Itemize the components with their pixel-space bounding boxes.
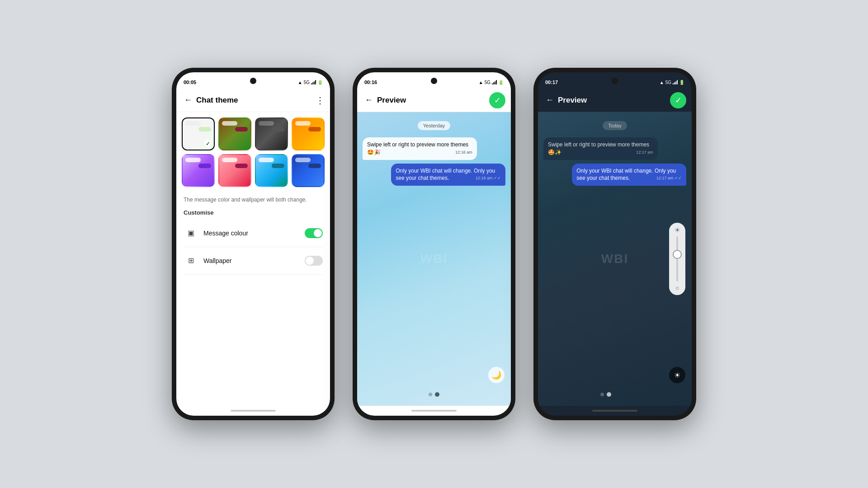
msg-time-sent-2: 12:16 am ✓✓	[476, 175, 501, 181]
customise-title: Customise	[184, 209, 323, 216]
page-dot-2-1	[435, 392, 439, 397]
confirm-button-3[interactable]: ✓	[670, 92, 686, 108]
back-button-2[interactable]: ←	[363, 94, 375, 107]
app-bar-3: ← Preview ✓	[538, 89, 692, 112]
notch-3	[612, 78, 618, 84]
theme-default[interactable]: ✓	[182, 117, 215, 150]
wallpaper-label: Wallpaper	[203, 257, 305, 264]
chat-messages-3: Today Swipe left or right to preview mor…	[538, 112, 692, 189]
moon-button-2[interactable]: 🌙	[488, 367, 505, 383]
msg-check-2: ✓✓	[494, 176, 501, 180]
check-mark-default: ✓	[204, 140, 212, 148]
time-1: 00:05	[184, 80, 196, 85]
phone-2-screen: 00:16 ▲ 5G 🔋 ← Preview ✓ WBI	[357, 72, 511, 416]
app-title-3: Preview	[558, 96, 670, 105]
time-3: 00:17	[545, 80, 558, 85]
msg-received-3: Swipe left or right to preview more them…	[543, 137, 658, 160]
mini-bubbles-pink	[222, 158, 248, 168]
date-badge-3: Today	[603, 121, 627, 130]
msg-check-3: ✓✓	[675, 176, 682, 180]
slider-track	[676, 236, 678, 282]
alert-icon-2: ▲	[479, 80, 483, 85]
page-dot-3-1	[607, 392, 611, 397]
message-colour-item[interactable]: ▣ Message colour	[184, 220, 323, 247]
notch-1	[250, 78, 256, 84]
mini-bubbles-ocean	[259, 158, 284, 168]
status-icons-3: ▲ 5G 🔋	[660, 80, 684, 85]
app-title-2: Preview	[377, 96, 489, 105]
mini-bubbles-orange	[295, 121, 321, 131]
status-icons-1: ▲ 5G 🔋	[298, 80, 323, 85]
theme-blue-geo[interactable]	[292, 154, 325, 187]
msg-sent-3: Only your WBI chat will change. Only you…	[572, 164, 686, 186]
sun-button-3[interactable]: ☀	[669, 367, 685, 383]
brightness-min-icon: ○	[675, 284, 679, 291]
msg-received-2: Swipe left or right to preview more them…	[363, 137, 477, 160]
brightness-slider-3[interactable]: ☀ ○	[669, 223, 685, 295]
app-title-1: Chat theme	[196, 96, 316, 105]
signal-2	[492, 80, 497, 84]
chat-background-2: WBI Yesterday Swipe left or right to pre…	[357, 112, 511, 406]
mini-bubbles-default	[185, 121, 211, 131]
phone-1-screen: 00:05 ▲ 5G 🔋 ← Chat theme ⋮	[176, 72, 330, 416]
message-colour-toggle[interactable]	[305, 228, 323, 238]
theme-purple[interactable]	[182, 154, 215, 187]
phone-2: 00:16 ▲ 5G 🔋 ← Preview ✓ WBI	[353, 68, 515, 420]
msg-text-received-3: Swipe left or right to preview more them…	[548, 141, 649, 155]
mini-bubbles-tropical	[222, 121, 248, 131]
theme-tropical[interactable]	[218, 117, 251, 150]
page-indicators-3	[600, 388, 611, 399]
phone-3: 00:17 ▲ 5G 🔋 ← Preview ✓ WBI	[533, 68, 696, 420]
watermark-3: WBI	[601, 252, 628, 266]
home-indicator-2	[357, 406, 511, 416]
chat-background-3: WBI Today Swipe left or right to preview…	[538, 112, 692, 406]
back-button-3[interactable]: ←	[543, 94, 556, 107]
phone-1: 00:05 ▲ 5G 🔋 ← Chat theme ⋮	[172, 68, 335, 420]
app-bar-2: ← Preview ✓	[357, 89, 511, 112]
msg-text-received-2: Swipe left or right to preview more them…	[367, 141, 468, 155]
back-button-1[interactable]: ←	[182, 94, 194, 107]
more-button-1[interactable]: ⋮	[316, 95, 325, 106]
time-2: 00:16	[364, 80, 377, 85]
network-3: 5G	[665, 80, 671, 85]
theme-desc: The message color and wallpaper will bot…	[184, 196, 323, 204]
msg-sent-2: Only your WBI chat will change. Only you…	[391, 164, 505, 186]
slider-thumb	[673, 250, 682, 259]
app-bar-1: ← Chat theme ⋮	[176, 89, 330, 112]
date-badge-2: Yesterday	[418, 121, 451, 130]
msg-time-sent-3: 12:17 am ✓✓	[656, 175, 682, 181]
page-indicators-2	[429, 388, 439, 399]
theme-ocean[interactable]	[255, 154, 288, 187]
customize-section: The message color and wallpaper will bot…	[176, 192, 330, 278]
wallpaper-icon: ⊞	[184, 253, 198, 268]
confirm-button-2[interactable]: ✓	[489, 92, 505, 108]
battery-3: 🔋	[679, 80, 684, 85]
theme-grid: ✓	[176, 112, 330, 192]
battery-2: 🔋	[498, 80, 504, 85]
page-dot-2-0	[429, 393, 432, 396]
message-colour-icon: ▣	[184, 226, 198, 240]
watermark-2: WBI	[420, 252, 448, 266]
mini-bubbles-purple	[185, 158, 211, 168]
wallpaper-toggle[interactable]	[305, 256, 323, 266]
home-indicator-3	[538, 406, 692, 416]
signal-3	[673, 80, 678, 84]
message-colour-label: Message colour	[203, 230, 305, 237]
msg-time-received-3: 12:17 am	[636, 150, 653, 155]
notch-2	[431, 78, 437, 84]
brightness-max-icon: ☀	[675, 226, 680, 234]
theme-pink[interactable]	[218, 154, 251, 187]
wallpaper-item[interactable]: ⊞ Wallpaper	[184, 247, 323, 275]
battery-1: 🔋	[317, 80, 323, 85]
status-icons-2: ▲ 5G 🔋	[479, 80, 504, 85]
alert-icon-1: ▲	[298, 80, 302, 85]
mini-bubbles-dark	[259, 121, 284, 131]
alert-icon-3: ▲	[660, 80, 664, 85]
signal-1	[311, 80, 316, 84]
msg-time-received-2: 12:16 am	[455, 150, 472, 155]
theme-orange[interactable]	[292, 117, 325, 150]
theme-dark[interactable]	[255, 117, 288, 150]
network-2: 5G	[485, 80, 491, 85]
phone-3-screen: 00:17 ▲ 5G 🔋 ← Preview ✓ WBI	[538, 72, 692, 416]
chat-messages-2: Yesterday Swipe left or right to preview…	[357, 112, 511, 189]
